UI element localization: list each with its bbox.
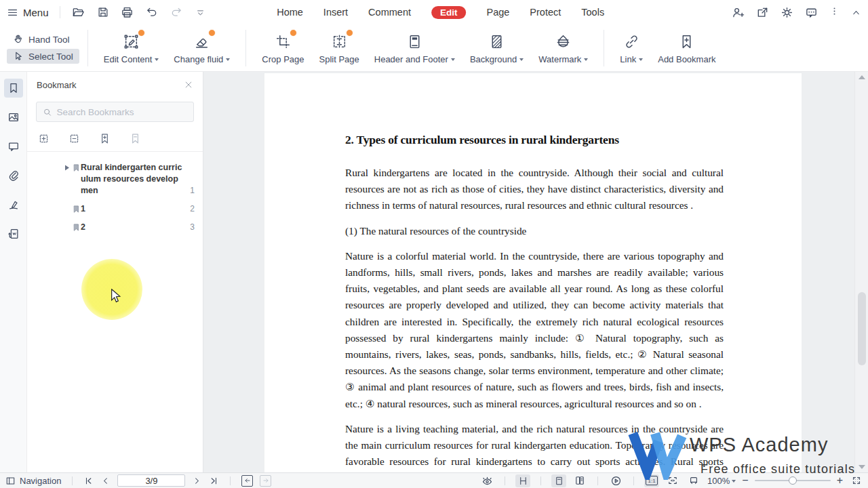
bookmark-item[interactable]: 2 3	[27, 218, 203, 237]
rail-signature-button[interactable]	[4, 195, 23, 214]
add-bookmark-button[interactable]: Add Bookmark	[650, 26, 723, 70]
rail-export-button[interactable]	[4, 224, 23, 243]
print-button[interactable]	[120, 5, 135, 20]
scroll-up-arrow-icon[interactable]	[859, 75, 865, 79]
reading-background-button[interactable]	[479, 474, 494, 487]
bookmark-item[interactable]: Rural kindergarten curriculum resources …	[27, 159, 203, 200]
last-page-button[interactable]	[209, 476, 219, 486]
continuous-scroll-button[interactable]	[515, 474, 530, 487]
undo-icon	[146, 6, 158, 18]
play-slideshow-button[interactable]	[608, 474, 623, 487]
arrow-right-icon	[262, 476, 270, 485]
actual-size-button[interactable]: 1:1	[644, 474, 659, 487]
premium-badge-icon	[208, 29, 216, 37]
fit-width-button[interactable]	[665, 474, 680, 487]
first-page-button[interactable]	[83, 476, 94, 486]
split-page-button[interactable]: Split Page	[312, 26, 367, 70]
tab-tools[interactable]: Tools	[581, 7, 604, 18]
document-paragraph: Nature is a living teaching material, an…	[345, 421, 724, 472]
search-icon	[43, 107, 52, 117]
navigation-toggle-button[interactable]: Navigation	[5, 476, 61, 486]
change-fluid-icon	[193, 32, 210, 50]
add-bookmark-small-icon[interactable]	[99, 133, 111, 144]
zoom-slider-knob[interactable]	[789, 476, 797, 485]
collapse-ribbon-button[interactable]	[851, 7, 861, 18]
customize-toolbar-button[interactable]	[193, 5, 208, 20]
zoom-slider[interactable]	[755, 480, 831, 481]
image-icon	[7, 111, 20, 123]
rail-attachments-button[interactable]	[4, 166, 23, 185]
save-button[interactable]	[96, 5, 111, 20]
tab-protect[interactable]: Protect	[530, 7, 561, 18]
watermark-button[interactable]: Watermark	[531, 26, 595, 70]
scroll-down-arrow-icon[interactable]	[859, 465, 865, 469]
expand-all-icon[interactable]	[38, 133, 50, 144]
divider	[505, 476, 505, 485]
zoom-level-button[interactable]: 100%	[707, 476, 736, 486]
tab-edit[interactable]: Edit	[431, 6, 467, 19]
search-bookmarks-input[interactable]	[57, 107, 187, 117]
single-page-view-button[interactable]	[551, 474, 566, 487]
page-indicator: 3/9	[145, 476, 157, 486]
crop-page-button[interactable]: Crop Page	[254, 26, 311, 70]
document-area[interactable]: 2. Types of curriculum resources in rura…	[203, 72, 868, 472]
bookmark-item[interactable]: 1 2	[27, 200, 203, 218]
background-button[interactable]: Background	[462, 26, 531, 70]
hand-tool-button[interactable]: Hand Tool	[7, 32, 79, 47]
feedback-button[interactable]	[805, 6, 818, 19]
two-page-view-button[interactable]	[572, 474, 587, 487]
fullscreen-button[interactable]	[849, 474, 864, 487]
link-button[interactable]: Link	[612, 26, 650, 70]
zoom-in-button[interactable]: +	[837, 475, 843, 486]
zoom-out-button[interactable]: −	[742, 475, 748, 486]
share-button[interactable]	[756, 6, 769, 19]
invite-user-button[interactable]	[732, 6, 745, 19]
rail-bookmark-button[interactable]	[4, 79, 23, 98]
change-fluid-button[interactable]: Change fluid	[166, 26, 237, 70]
redo-button[interactable]	[169, 5, 184, 20]
document-page[interactable]: 2. Types of curriculum resources in rura…	[264, 73, 802, 472]
bookmark-small-icon	[72, 223, 81, 232]
tab-comment[interactable]: Comment	[368, 7, 411, 18]
previous-page-button[interactable]	[100, 476, 111, 486]
scrollbar-thumb[interactable]	[858, 292, 866, 365]
tab-insert[interactable]: Insert	[323, 7, 348, 18]
premium-badge-icon	[290, 29, 297, 37]
bookmark-search[interactable]	[36, 102, 194, 122]
header-footer-button[interactable]: Header and Footer	[367, 26, 462, 70]
menu-button[interactable]: Menu	[7, 7, 49, 18]
bookmark-item-page: 1	[190, 185, 195, 197]
collapse-all-icon[interactable]	[68, 133, 80, 144]
document-paragraph: (1) The natural resources of the country…	[345, 223, 724, 239]
undo-button[interactable]	[144, 5, 159, 20]
close-icon[interactable]	[184, 80, 193, 89]
comment-bubble-icon	[805, 6, 818, 19]
bookmark-icon	[7, 82, 20, 94]
settings-button[interactable]	[781, 6, 793, 19]
remove-bookmark-icon[interactable]	[130, 133, 141, 144]
fit-width-icon	[667, 475, 678, 486]
hamburger-icon	[7, 7, 18, 18]
bookmark-item-title: 2	[81, 222, 184, 233]
dropdown-caret-icon	[519, 58, 524, 61]
dropdown-caret-icon	[584, 58, 588, 61]
select-tool-button[interactable]: Select Tool	[7, 49, 79, 64]
next-page-button[interactable]	[192, 476, 202, 486]
caret-right-icon[interactable]	[64, 165, 70, 171]
dropdown-caret-icon	[451, 58, 455, 61]
back-view-button[interactable]	[241, 475, 253, 487]
bookmark-list: Rural kindergarten curriculum resources …	[27, 152, 203, 237]
watermark-icon	[555, 32, 572, 50]
fit-page-button[interactable]	[686, 474, 701, 487]
rail-comments-button[interactable]	[4, 137, 23, 156]
forward-view-button[interactable]	[260, 475, 271, 487]
open-file-button[interactable]	[71, 5, 86, 20]
page-indicator-box[interactable]: 3/9	[117, 474, 185, 487]
divider	[633, 476, 634, 485]
vertical-scrollbar[interactable]	[854, 72, 868, 472]
edit-content-button[interactable]: Edit Content	[96, 26, 167, 70]
tab-page[interactable]: Page	[486, 7, 509, 18]
more-options-button[interactable]	[829, 6, 840, 19]
tab-home[interactable]: Home	[277, 7, 303, 18]
rail-images-button[interactable]	[4, 108, 23, 127]
